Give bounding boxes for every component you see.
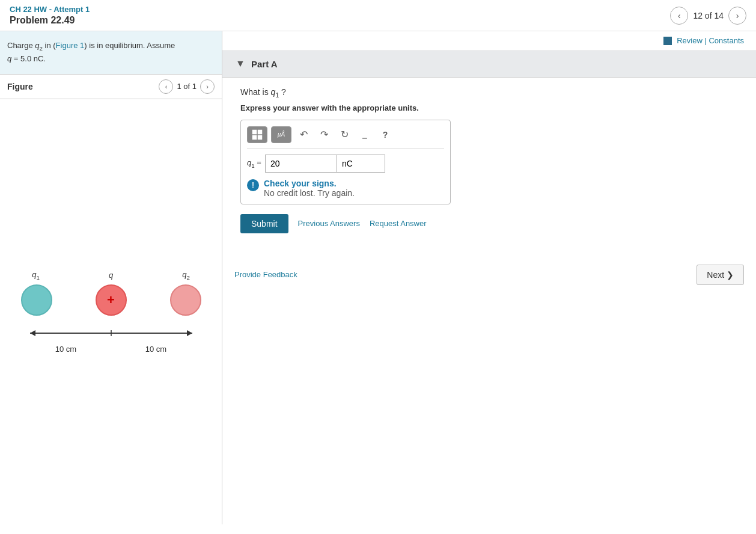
right-panel: Review | Constants ▼ Part A What is q1 ?… — [222, 31, 756, 524]
figure-section: Figure ‹ 1 of 1 › q1 q — [0, 75, 222, 524]
grid-icon-button[interactable] — [247, 126, 267, 143]
review-label: Review | Constants — [677, 36, 744, 45]
figure-title: Figure — [7, 82, 33, 91]
charges-labels-row: q1 q q2 — [21, 270, 201, 281]
next-button[interactable]: Next ❯ — [697, 265, 744, 285]
review-icon — [663, 37, 672, 45]
problem-title: Problem 22.49 — [10, 15, 90, 26]
top-bar-right: ‹ 12 of 14 › — [670, 7, 746, 25]
left-panel: Charge q2 in (Figure 1) is in equilibriu… — [0, 31, 222, 524]
feedback-title: Check your signs. — [264, 179, 355, 188]
question-text: What is q1 ? — [240, 87, 738, 99]
part-a-collapse-button[interactable]: ▼ — [234, 58, 246, 70]
answer-input[interactable] — [265, 155, 337, 173]
q1-label: q1 — [21, 270, 51, 281]
review-bar: Review | Constants — [222, 31, 756, 51]
part-a-section: ▼ Part A What is q1 ? Express your answe… — [222, 51, 756, 243]
top-bar: CH 22 HW - Attempt 1 Problem 22.49 ‹ 12 … — [0, 0, 756, 31]
problem-text: Charge q2 in (Figure 1) is in equilibriu… — [7, 41, 175, 63]
keyboard-button[interactable]: ⎯ — [356, 126, 373, 143]
q-circle: + — [96, 284, 127, 316]
toolbar: µÂ ↶ ↷ ↻ ⎯ ? — [247, 126, 444, 149]
feedback-sub: No credit lost. Try again. — [264, 188, 355, 198]
part-a-label: Part A — [251, 59, 278, 69]
feedback-icon: ! — [247, 179, 259, 191]
main-layout: Charge q2 in (Figure 1) is in equilibriu… — [0, 31, 756, 524]
feedback-content: Check your signs. No credit lost. Try ag… — [264, 179, 355, 198]
q2-label: q2 — [171, 270, 201, 281]
svg-rect-8 — [252, 135, 257, 140]
svg-rect-7 — [258, 130, 262, 134]
bottom-bar: Provide Feedback Next ❯ — [222, 255, 756, 295]
part-a-body: What is q1 ? Express your answer with th… — [222, 78, 756, 243]
request-answer-link[interactable]: Request Answer — [370, 219, 427, 228]
unit-input[interactable] — [337, 155, 385, 173]
svg-rect-9 — [258, 135, 262, 140]
feedback-row: ! Check your signs. No credit lost. Try … — [247, 179, 444, 198]
page-count: 12 of 14 — [693, 11, 724, 20]
undo-button[interactable]: ↶ — [295, 126, 312, 143]
arrow-diagram — [21, 324, 201, 342]
figure-page: 1 of 1 — [177, 82, 197, 91]
answer-box: µÂ ↶ ↷ ↻ ⎯ ? q1 = — [240, 120, 451, 204]
distances-row: 10 cm 10 cm — [21, 345, 201, 354]
prev-problem-button[interactable]: ‹ — [670, 7, 688, 25]
dist1-label: 10 cm — [55, 345, 76, 354]
next-problem-button[interactable]: › — [728, 7, 746, 25]
submit-button[interactable]: Submit — [240, 214, 288, 233]
figure-canvas: q1 q q2 + — [0, 99, 222, 524]
figure-header: Figure ‹ 1 of 1 › — [0, 75, 222, 99]
svg-rect-6 — [252, 130, 257, 134]
input-label: q1 = — [247, 158, 261, 169]
q-label: q — [96, 271, 126, 280]
figure-prev-button[interactable]: ‹ — [159, 79, 173, 94]
previous-answers-link[interactable]: Previous Answers — [298, 219, 360, 228]
help-button[interactable]: ? — [377, 126, 394, 143]
hw-title: CH 22 HW - Attempt 1 — [10, 5, 90, 14]
input-row: q1 = — [247, 155, 444, 173]
dist2-label: 10 cm — [145, 345, 166, 354]
q2-circle — [170, 284, 201, 316]
refresh-button[interactable]: ↻ — [336, 126, 353, 143]
part-a-header: ▼ Part A — [222, 51, 756, 78]
top-bar-left: CH 22 HW - Attempt 1 Problem 22.49 — [10, 5, 90, 26]
unit-button[interactable]: µÂ — [271, 126, 291, 143]
figure-diagram: q1 q q2 + — [12, 270, 210, 354]
problem-text-box: Charge q2 in (Figure 1) is in equilibriu… — [0, 31, 222, 75]
q1-circle — [21, 284, 52, 316]
charges-circles-row: + — [21, 284, 201, 316]
figure-nav: ‹ 1 of 1 › — [159, 79, 215, 94]
figure-next-button[interactable]: › — [200, 79, 215, 94]
actions-row: Submit Previous Answers Request Answer — [240, 214, 738, 233]
provide-feedback-link[interactable]: Provide Feedback — [234, 270, 297, 279]
redo-button[interactable]: ↷ — [316, 126, 332, 143]
express-text: Express your answer with the appropriate… — [240, 103, 738, 112]
figure-link[interactable]: Figure 1 — [56, 41, 85, 50]
review-link[interactable]: Review | Constants — [677, 36, 744, 45]
